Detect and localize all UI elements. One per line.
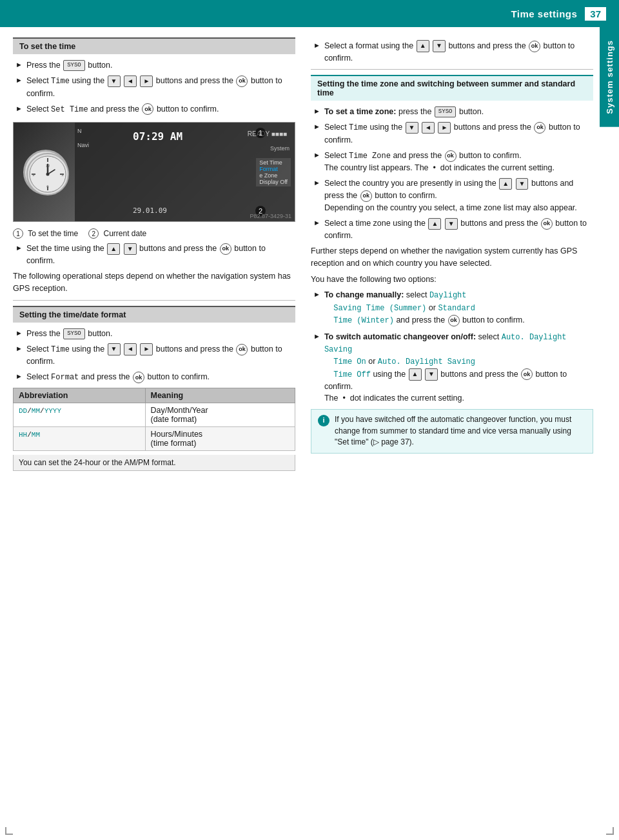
bullet-arrow: ►	[15, 372, 23, 380]
ok-button-icon: ok	[445, 150, 457, 162]
bullet-arrow: ►	[313, 107, 320, 115]
divider	[13, 300, 295, 301]
table-header-abbr: Abbreviation	[14, 388, 146, 403]
abbreviation-table: Abbreviation Meaning DD/MM/YYYY Day/Mont…	[13, 388, 295, 451]
bullet-arrow: ►	[15, 244, 23, 252]
section-tab-label: System settings	[605, 40, 614, 114]
up-arrow-icon: ▲	[417, 40, 429, 52]
section-header-timezone: Setting the time zone and switching betw…	[311, 75, 593, 101]
ok-button-icon: ok	[529, 41, 540, 52]
main-content: To set the time ► Press the SYSO button.…	[13, 27, 593, 827]
header-bar: Time settings 37	[0, 0, 619, 27]
ok-button-icon: ok	[142, 103, 153, 115]
bullet-arrow: ►	[313, 179, 320, 186]
image-watermark: P82.87-3429-31	[250, 213, 291, 219]
nav-label: N	[77, 128, 82, 134]
image-time-display: 07:29 AM	[133, 130, 182, 143]
format-step-2: ► Select Time using the ▼ ◄ ► buttons an…	[13, 343, 295, 368]
table-row: DD/MM/YYYY Day/Month/Year(date format)	[14, 403, 295, 426]
right-arrow-icon: ►	[140, 343, 153, 355]
ok-button-icon: ok	[521, 368, 533, 380]
up-arrow-icon: ▲	[499, 178, 512, 190]
info-icon: i	[318, 415, 329, 426]
left-arrow-icon: ◄	[124, 75, 137, 88]
gps-note: The following operational steps depend o…	[13, 270, 295, 295]
option-manual: ► To change manually: select Daylight Sa…	[311, 289, 593, 326]
section-tab: System settings	[600, 27, 619, 127]
table-note: You can set the 24-hour or the AM/PM for…	[13, 455, 295, 471]
system-label: System	[270, 145, 290, 152]
tz-step-1: ► To set a time zone: press the SYSO but…	[311, 106, 593, 117]
corner-mark-bl	[5, 827, 13, 835]
ok-button-icon: ok	[236, 344, 248, 355]
image-ready-label: READY ■■■■	[248, 130, 287, 137]
image-simulation: 12 3 9 6 N 07:29 AM READY ■■■■ System Na…	[14, 123, 295, 221]
page-number: 37	[585, 7, 606, 21]
option-auto: ► To switch automatic changeover on/off:…	[311, 331, 593, 405]
clock-graphic: 12 3 9 6	[23, 150, 68, 195]
info-box-text: If you have switched off the automatic c…	[335, 414, 586, 448]
corner-mark-br	[606, 827, 614, 835]
right-column: ► Select a format using the ▲ ▼ buttons …	[311, 27, 593, 827]
bullet-arrow: ►	[15, 345, 23, 352]
bullet-arrow: ►	[15, 76, 23, 84]
table-header-meaning: Meaning	[145, 388, 295, 403]
tz-step-3: ► Select Time Zone and press the ok butt…	[311, 150, 593, 174]
tz-step-4: ► Select the country you are presently i…	[311, 177, 593, 214]
ok-button-icon: ok	[133, 372, 144, 383]
ok-button-icon: ok	[534, 122, 545, 134]
sys-button-icon: SYSO	[435, 106, 457, 117]
bullet-arrow: ►	[15, 105, 23, 112]
right-arrow-icon: ►	[438, 122, 451, 134]
image-captions: 1 To set the time 2 Current date	[13, 228, 295, 239]
further-steps-para: Further steps depend on whether the navi…	[311, 245, 593, 270]
table-cell-meaning-2: Hours/Minutes(time format)	[145, 426, 295, 450]
right-arrow-icon: ►	[140, 75, 153, 88]
table-cell-abbr-2: HH/MM	[14, 426, 146, 450]
caption-num-1: 1	[13, 228, 23, 239]
caption-text-2: Current date	[104, 229, 147, 238]
image-badge-1: 1	[255, 128, 266, 138]
screen-overlay: N 07:29 AM READY ■■■■ System Navi Set Ti…	[75, 123, 295, 221]
car-dashboard-image: 12 3 9 6 N 07:29 AM READY ■■■■ System Na…	[13, 122, 295, 222]
sys-button-icon: SYSO	[63, 60, 85, 71]
image-date-display: 29.01.09	[133, 206, 167, 215]
bullet-arrow: ►	[15, 329, 23, 337]
ok-button-icon: ok	[448, 315, 460, 326]
right-step-select-format: ► Select a format using the ▲ ▼ buttons …	[311, 40, 593, 64]
down-arrow-icon: ▼	[433, 40, 446, 52]
bullet-arrow: ►	[313, 290, 320, 298]
up-arrow-icon: ▲	[409, 368, 422, 381]
svg-point-8	[46, 172, 50, 175]
bullet-arrow: ►	[313, 41, 320, 49]
section-header-format: Setting the time/date format	[13, 306, 295, 323]
page-title: Time settings	[511, 8, 577, 19]
ok-button-icon: ok	[220, 243, 231, 255]
sys-button-icon: SYSO	[63, 328, 85, 339]
ok-button-icon: ok	[360, 190, 372, 202]
options-intro-para: You have the following two options:	[311, 274, 593, 286]
nav-left: Navi	[77, 142, 89, 148]
table-row: HH/MM Hours/Minutes(time format)	[14, 426, 295, 450]
down-arrow-icon: ▼	[425, 368, 438, 381]
down-arrow-icon: ▼	[124, 243, 137, 255]
bullet-arrow: ►	[313, 123, 320, 130]
down-arrow-icon: ▼	[406, 122, 418, 134]
bullet-arrow: ►	[313, 332, 320, 340]
ok-button-icon: ok	[541, 218, 553, 230]
bullet-arrow: ►	[15, 61, 23, 68]
tz-step-5: ► Select a time zone using the ▲ ▼ butto…	[311, 217, 593, 241]
down-arrow-icon: ▼	[108, 75, 121, 88]
format-step-1: ► Press the SYSO button.	[13, 328, 295, 339]
bullet-arrow: ►	[313, 219, 320, 226]
set-time-menu: Set Time Format e Zone Display Off	[256, 158, 291, 186]
left-column: To set the time ► Press the SYSO button.…	[13, 27, 295, 827]
up-arrow-icon: ▲	[428, 218, 441, 230]
up-arrow-icon: ▲	[107, 243, 120, 255]
step-set-time-buttons: ► Set the time using the ▲ ▼ buttons and…	[13, 243, 295, 266]
divider	[311, 69, 593, 70]
section-header-set-time: To set the time	[13, 37, 295, 54]
table-cell-meaning-1: Day/Month/Year(date format)	[145, 403, 295, 426]
down-arrow-icon: ▼	[445, 218, 458, 230]
info-box: i If you have switched off the automatic…	[311, 409, 593, 453]
